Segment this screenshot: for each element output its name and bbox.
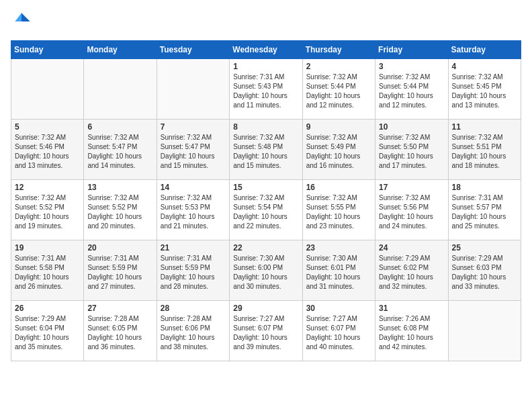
sunset-text: Sunset: 5:47 PM: [87, 143, 137, 150]
svg-marker-1: [15, 13, 21, 21]
sunset-text: Sunset: 5:45 PM: [452, 83, 502, 90]
calendar-cell: 15 Sunrise: 7:32 AM Sunset: 5:54 PM Dayl…: [230, 180, 302, 240]
day-info: Sunrise: 7:32 AM Sunset: 5:47 PM Dayligh…: [161, 133, 226, 171]
daylight-text: Daylight: 10 hours and 39 minutes.: [233, 334, 287, 351]
weekday-monday: Monday: [84, 41, 157, 59]
daylight-text: Daylight: 10 hours and 25 minutes.: [452, 213, 506, 230]
day-info: Sunrise: 7:32 AM Sunset: 5:46 PM Dayligh…: [15, 133, 80, 171]
daylight-text: Daylight: 10 hours and 33 minutes.: [452, 273, 506, 290]
day-info: Sunrise: 7:32 AM Sunset: 5:56 PM Dayligh…: [379, 193, 444, 231]
day-info: Sunrise: 7:29 AM Sunset: 6:04 PM Dayligh…: [15, 314, 80, 352]
day-number: 30: [306, 304, 371, 313]
sunset-text: Sunset: 5:52 PM: [87, 203, 137, 211]
daylight-text: Daylight: 10 hours and 21 minutes.: [161, 213, 215, 230]
sunrise-text: Sunrise: 7:31 AM: [233, 73, 284, 81]
calendar-cell: [11, 59, 84, 120]
sunrise-text: Sunrise: 7:27 AM: [306, 315, 357, 322]
calendar-body: 1 Sunrise: 7:31 AM Sunset: 5:43 PM Dayli…: [11, 59, 521, 361]
week-row-3: 12 Sunrise: 7:32 AM Sunset: 5:52 PM Dayl…: [11, 180, 521, 240]
calendar-cell: 29 Sunrise: 7:27 AM Sunset: 6:07 PM Dayl…: [230, 301, 302, 361]
sunset-text: Sunset: 5:51 PM: [452, 143, 502, 150]
sunrise-text: Sunrise: 7:32 AM: [87, 194, 138, 201]
daylight-text: Daylight: 10 hours and 27 minutes.: [87, 273, 142, 290]
weekday-saturday: Saturday: [448, 41, 521, 59]
day-number: 2: [306, 62, 371, 71]
sunset-text: Sunset: 5:55 PM: [306, 203, 356, 211]
daylight-text: Daylight: 10 hours and 12 minutes.: [306, 92, 361, 109]
daylight-text: Daylight: 10 hours and 15 minutes.: [233, 152, 287, 169]
day-number: 14: [161, 183, 226, 192]
day-number: 29: [233, 304, 298, 313]
weekday-tuesday: Tuesday: [157, 41, 229, 59]
daylight-text: Daylight: 10 hours and 24 minutes.: [379, 213, 433, 230]
day-number: 3: [379, 62, 444, 71]
calendar-cell: 3 Sunrise: 7:32 AM Sunset: 5:44 PM Dayli…: [375, 59, 448, 120]
sunset-text: Sunset: 6:02 PM: [379, 264, 429, 271]
day-info: Sunrise: 7:32 AM Sunset: 5:44 PM Dayligh…: [379, 73, 444, 110]
sunrise-text: Sunrise: 7:28 AM: [161, 315, 212, 322]
day-number: 26: [15, 304, 80, 313]
sunrise-text: Sunrise: 7:31 AM: [161, 255, 212, 262]
sunrise-text: Sunrise: 7:32 AM: [379, 134, 430, 141]
sunset-text: Sunset: 5:44 PM: [306, 83, 356, 90]
sunset-text: Sunset: 5:52 PM: [15, 203, 64, 211]
day-number: 28: [161, 304, 226, 313]
day-info: Sunrise: 7:27 AM Sunset: 6:07 PM Dayligh…: [306, 314, 371, 352]
day-number: 11: [452, 122, 517, 132]
calendar-cell: 16 Sunrise: 7:32 AM Sunset: 5:55 PM Dayl…: [302, 180, 375, 240]
calendar-cell: 6 Sunrise: 7:32 AM Sunset: 5:47 PM Dayli…: [84, 120, 157, 180]
day-info: Sunrise: 7:32 AM Sunset: 5:55 PM Dayligh…: [306, 193, 371, 231]
sunset-text: Sunset: 5:44 PM: [379, 83, 429, 90]
daylight-text: Daylight: 10 hours and 22 minutes.: [233, 213, 287, 230]
sunrise-text: Sunrise: 7:32 AM: [306, 194, 357, 201]
day-number: 31: [379, 304, 444, 313]
sunset-text: Sunset: 5:46 PM: [15, 143, 64, 150]
sunrise-text: Sunrise: 7:32 AM: [15, 194, 66, 201]
sunset-text: Sunset: 6:07 PM: [306, 324, 356, 332]
day-info: Sunrise: 7:29 AM Sunset: 6:02 PM Dayligh…: [379, 254, 444, 291]
calendar-cell: [84, 59, 157, 120]
daylight-text: Daylight: 10 hours and 38 minutes.: [161, 334, 215, 351]
daylight-text: Daylight: 10 hours and 42 minutes.: [379, 334, 433, 351]
calendar-cell: 20 Sunrise: 7:31 AM Sunset: 5:59 PM Dayl…: [84, 240, 157, 301]
day-number: 5: [15, 122, 80, 132]
calendar-cell: 17 Sunrise: 7:32 AM Sunset: 5:56 PM Dayl…: [375, 180, 448, 240]
calendar-cell: 12 Sunrise: 7:32 AM Sunset: 5:52 PM Dayl…: [11, 180, 84, 240]
day-number: 21: [161, 243, 226, 253]
sunrise-text: Sunrise: 7:32 AM: [161, 134, 212, 141]
day-info: Sunrise: 7:32 AM Sunset: 5:49 PM Dayligh…: [306, 133, 371, 171]
sunrise-text: Sunrise: 7:32 AM: [306, 134, 357, 141]
sunrise-text: Sunrise: 7:26 AM: [379, 315, 430, 322]
day-number: 20: [87, 243, 152, 253]
daylight-text: Daylight: 10 hours and 12 minutes.: [379, 92, 433, 109]
sunrise-text: Sunrise: 7:32 AM: [306, 73, 357, 81]
sunrise-text: Sunrise: 7:31 AM: [15, 255, 66, 262]
calendar-cell: 7 Sunrise: 7:32 AM Sunset: 5:47 PM Dayli…: [157, 120, 229, 180]
sunrise-text: Sunrise: 7:27 AM: [233, 315, 284, 322]
day-info: Sunrise: 7:32 AM Sunset: 5:53 PM Dayligh…: [161, 193, 226, 231]
day-info: Sunrise: 7:28 AM Sunset: 6:05 PM Dayligh…: [87, 314, 152, 352]
sunrise-text: Sunrise: 7:29 AM: [452, 255, 503, 262]
day-info: Sunrise: 7:32 AM Sunset: 5:44 PM Dayligh…: [306, 73, 371, 110]
calendar-cell: 9 Sunrise: 7:32 AM Sunset: 5:49 PM Dayli…: [302, 120, 375, 180]
day-number: 10: [379, 122, 444, 132]
week-row-4: 19 Sunrise: 7:31 AM Sunset: 5:58 PM Dayl…: [11, 240, 521, 301]
sunrise-text: Sunrise: 7:32 AM: [161, 194, 212, 201]
sunset-text: Sunset: 5:43 PM: [233, 83, 283, 90]
logo: [11, 11, 35, 32]
weekday-row: SundayMondayTuesdayWednesdayThursdayFrid…: [11, 41, 521, 59]
weekday-friday: Friday: [375, 41, 448, 59]
calendar-cell: 13 Sunrise: 7:32 AM Sunset: 5:52 PM Dayl…: [84, 180, 157, 240]
calendar-cell: 11 Sunrise: 7:32 AM Sunset: 5:51 PM Dayl…: [448, 120, 521, 180]
day-info: Sunrise: 7:32 AM Sunset: 5:50 PM Dayligh…: [379, 133, 444, 171]
daylight-text: Daylight: 10 hours and 19 minutes.: [15, 213, 69, 230]
week-row-2: 5 Sunrise: 7:32 AM Sunset: 5:46 PM Dayli…: [11, 120, 521, 180]
day-number: 25: [452, 243, 517, 253]
week-row-1: 1 Sunrise: 7:31 AM Sunset: 5:43 PM Dayli…: [11, 59, 521, 120]
day-info: Sunrise: 7:29 AM Sunset: 6:03 PM Dayligh…: [452, 254, 517, 291]
daylight-text: Daylight: 10 hours and 30 minutes.: [233, 273, 287, 290]
sunset-text: Sunset: 6:04 PM: [15, 324, 64, 332]
daylight-text: Daylight: 10 hours and 40 minutes.: [306, 334, 361, 351]
day-number: 12: [15, 183, 80, 192]
day-number: 7: [161, 122, 226, 132]
